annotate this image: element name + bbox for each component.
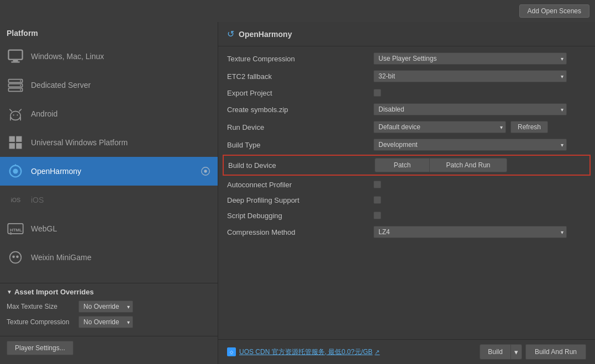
max-texture-select-wrapper[interactable]: No Override (78, 300, 133, 313)
uos-link[interactable]: ◇ UOS CDN 官方资源托管服务, 最低0.0?元/GB ↗ (227, 347, 380, 357)
run-device-control: Default device Refresh (373, 121, 586, 133)
svg-rect-16 (9, 136, 15, 142)
sidebar-item-windows-mac-linux[interactable]: Windows, Mac, Linux (0, 42, 218, 71)
svg-point-13 (17, 114, 18, 115)
texture-compression-select-wrapper[interactable]: No Override (78, 316, 133, 328)
platform-section-title: Platform (0, 27, 218, 42)
build-type-control: Development (373, 139, 586, 151)
sidebar-item-label-webgl: WebGL (31, 224, 211, 233)
panel-bottom: ◇ UOS CDN 官方资源托管服务, 最低0.0?元/GB ↗ Build ▾… (218, 339, 595, 364)
sidebar-item-label-dedicated-server: Dedicated Server (31, 81, 211, 89)
sidebar-item-dedicated-server[interactable]: Dedicated Server (0, 71, 218, 99)
add-open-scenes-button[interactable]: Add Open Scenes (519, 4, 589, 18)
max-texture-select[interactable]: No Override (78, 300, 133, 313)
svg-point-8 (20, 89, 21, 90)
svg-rect-17 (16, 136, 22, 142)
deep-profiling-support-row: Deep Profiling Support (218, 192, 595, 208)
texture-compression-dropdown[interactable]: Use Player Settings (373, 52, 567, 65)
sidebar-item-label-openharmony: OpenHarmony (31, 167, 200, 176)
export-project-control (373, 89, 586, 97)
sidebar-item-uwp[interactable]: Universal Windows Platform (0, 128, 218, 157)
build-to-device-control: Patch Patch And Run (375, 158, 585, 172)
build-to-device-row: Build to Device Patch Patch And Run (223, 155, 591, 176)
deep-profiling-support-control (373, 196, 586, 204)
script-debugging-row: Script Debugging (218, 208, 595, 223)
svg-rect-0 (8, 50, 22, 60)
create-symbols-zip-dropdown[interactable]: Disabled (373, 103, 567, 115)
main-content: Platform Windows, Mac, Linux (0, 22, 595, 364)
sidebar-item-label-android: Android (31, 109, 211, 118)
svg-point-30 (16, 256, 19, 259)
texture-compression-control: Use Player Settings (373, 52, 586, 65)
script-debugging-control (373, 212, 586, 219)
autoconnect-profiler-control (373, 181, 586, 188)
svg-rect-1 (13, 60, 18, 61)
svg-point-28 (10, 252, 22, 263)
build-type-dropdown[interactable]: Development (373, 139, 567, 151)
svg-point-9 (10, 111, 20, 120)
svg-point-29 (12, 256, 15, 259)
run-device-label: Run Device (227, 123, 373, 131)
texture-compression-dropdown-wrapper[interactable]: Use Player Settings (373, 52, 567, 65)
sidebar-item-weixin-minigame[interactable]: Weixin MiniGame (0, 243, 218, 272)
create-symbols-zip-wrapper[interactable]: Disabled (373, 103, 567, 115)
sidebar-item-openharmony[interactable]: OpenHarmony (0, 157, 218, 186)
etc2-fallback-row: ETC2 fallback 32-bit (218, 67, 595, 85)
sidebar-item-android[interactable]: Android (0, 99, 218, 128)
svg-point-6 (20, 85, 21, 86)
panel-title: OpenHarmony (239, 30, 292, 39)
triangle-icon: ▼ (7, 289, 12, 295)
refresh-button[interactable]: Refresh (510, 121, 548, 133)
build-type-dropdown-wrapper[interactable]: Development (373, 139, 567, 151)
svg-line-11 (19, 109, 21, 111)
openharmony-icon (7, 162, 24, 180)
texture-compression-label: Texture Compression (7, 318, 78, 326)
run-device-dropdown[interactable]: Default device (373, 121, 506, 133)
compression-method-control: LZ4 (373, 226, 586, 238)
export-project-checkbox[interactable] (373, 89, 381, 97)
create-symbols-zip-control: Disabled (373, 103, 586, 115)
etc2-fallback-dropdown-wrapper[interactable]: 32-bit (373, 70, 567, 82)
webgl-icon: HTML 5 (7, 220, 24, 238)
sidebar-item-label-ios: iOS (31, 196, 211, 204)
uos-text: UOS CDN 官方资源托管服务, 最低0.0?元/GB (239, 347, 372, 357)
sidebar-item-ios[interactable]: iOS iOS (0, 186, 218, 214)
sidebar: Platform Windows, Mac, Linux (0, 22, 218, 364)
compression-method-label: Compression Method (227, 228, 373, 236)
build-dropdown-arrow[interactable]: ▾ (511, 344, 522, 360)
export-project-row: Export Project (218, 85, 595, 101)
build-to-device-btn-group: Patch Patch And Run (375, 158, 507, 172)
etc2-fallback-dropdown[interactable]: 32-bit (373, 70, 567, 82)
create-symbols-zip-label: Create symbols.zip (227, 105, 373, 114)
deep-profiling-support-checkbox[interactable] (373, 196, 381, 204)
build-and-run-button[interactable]: Build And Run (525, 344, 586, 360)
openharmony-settings-icon[interactable] (200, 166, 211, 177)
asset-import-section: ▼ Asset Import Overrides Max Texture Siz… (0, 283, 218, 336)
sidebar-item-label-uwp: Universal Windows Platform (31, 138, 211, 147)
sidebar-bottom: Player Settings... (0, 336, 218, 360)
svg-rect-18 (9, 143, 15, 149)
create-symbols-zip-row: Create symbols.zip Disabled (218, 101, 595, 118)
autoconnect-profiler-checkbox[interactable] (373, 181, 381, 188)
deep-profiling-support-label: Deep Profiling Support (227, 196, 373, 204)
script-debugging-checkbox[interactable] (373, 212, 381, 219)
uos-icon: ◇ (227, 347, 236, 356)
texture-compression-select[interactable]: No Override (78, 316, 133, 328)
patch-and-run-button[interactable]: Patch And Run (430, 158, 507, 172)
etc2-fallback-control: 32-bit (373, 70, 586, 82)
patch-button[interactable]: Patch (375, 158, 430, 172)
player-settings-button[interactable]: Player Settings... (7, 341, 73, 355)
ios-icon: iOS (7, 191, 24, 209)
run-device-row: Run Device Default device Refresh (218, 118, 595, 136)
compression-method-dropdown[interactable]: LZ4 (373, 226, 567, 238)
top-bar: Add Open Scenes (0, 0, 595, 22)
build-button[interactable]: Build (480, 344, 511, 360)
autoconnect-profiler-row: Autoconnect Profiler (218, 177, 595, 192)
weixin-icon (7, 249, 24, 266)
compression-method-wrapper[interactable]: LZ4 (373, 226, 567, 238)
svg-point-21 (13, 168, 18, 173)
run-device-dropdown-wrapper[interactable]: Default device (373, 121, 506, 133)
svg-point-4 (20, 80, 21, 81)
openharmony-header-icon: ↺ (227, 29, 234, 39)
sidebar-item-webgl[interactable]: HTML 5 WebGL (0, 214, 218, 243)
